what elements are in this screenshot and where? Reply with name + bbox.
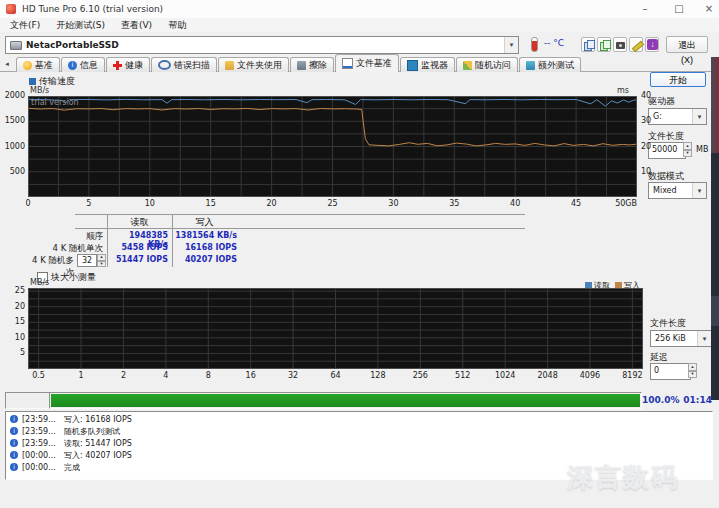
speed-chart-y2-unit: ms	[617, 86, 629, 95]
x-axis-tick: 2048	[528, 371, 568, 380]
tab-folder-usage[interactable]: 文件夹使用	[218, 57, 289, 72]
y-axis-tick: 500	[0, 167, 25, 176]
read-value: 5458 IOPS	[107, 243, 168, 252]
delay-input[interactable]: 0	[650, 363, 691, 380]
drive-select[interactable]: NetacPortableSSD ▾	[5, 36, 519, 54]
pen-button[interactable]	[629, 37, 643, 52]
y-axis-tick: 1000	[0, 142, 25, 151]
tab-bar: ◂ 基准信息健康错误扫描文件夹使用擦除文件基准监视器随机访问额外测试	[0, 55, 719, 72]
close-button[interactable]: ×	[696, 0, 719, 18]
step-down-icon[interactable]: ▼	[683, 150, 692, 158]
x-axis-tick: 8192	[612, 371, 652, 380]
tab-monitor[interactable]: 监视器	[400, 57, 455, 72]
minimize-button[interactable]: –	[632, 0, 658, 18]
x-axis-tick: 20	[254, 199, 290, 208]
tab-extra-test[interactable]: 额外测试	[519, 57, 581, 72]
pen-icon	[630, 38, 642, 51]
data-mode-value: Mixed	[649, 186, 677, 195]
table-row: 4 K 随机多次32▲▼51447 IOPS40207 IOPS	[25, 255, 285, 267]
tab-file-benchmark[interactable]: 文件基准	[335, 54, 399, 72]
x-axis-tick: 128	[358, 371, 398, 380]
block-file-length-dropdown[interactable]: 256 KiB ▾	[650, 330, 712, 347]
toolbar-icon-group	[581, 37, 659, 52]
start-button[interactable]: 开始	[650, 72, 706, 87]
table-row: 顺序1948385 KB/s1381564 KB/s	[25, 231, 285, 243]
delay-stepper[interactable]: ▲▼	[688, 363, 697, 378]
tab-label: 文件夹使用	[237, 59, 282, 72]
progress-fill	[51, 394, 640, 407]
data-mode-dropdown[interactable]: Mixed ▾	[648, 182, 707, 199]
tab-info[interactable]: 信息	[61, 57, 105, 72]
benchmark-icon	[23, 61, 32, 70]
x-axis-tick: 45	[558, 199, 594, 208]
chevron-down-icon[interactable]: ▾	[504, 37, 518, 53]
queue-depth-stepper[interactable]: 32▲▼	[77, 254, 106, 267]
chevron-down-icon[interactable]: ▾	[692, 183, 706, 198]
export-icon	[598, 38, 610, 51]
menu-item[interactable]: 开始测试(S)	[48, 18, 113, 32]
info-icon	[10, 439, 18, 447]
maximize-button[interactable]: □	[666, 0, 692, 18]
log-entry: [23:59...读取: 51447 IOPS	[10, 438, 712, 448]
export-button[interactable]	[597, 37, 611, 52]
camera-button[interactable]	[613, 37, 627, 52]
download-button[interactable]	[645, 37, 659, 52]
menu-item[interactable]: 文件(F)	[2, 18, 48, 32]
tab-label: 信息	[80, 59, 98, 72]
error-scan-icon	[158, 60, 171, 70]
stepper-buttons[interactable]: ▲▼	[97, 254, 106, 267]
background-window-strip	[711, 57, 719, 153]
log-message: 写入: 40207 IOPS	[64, 450, 132, 461]
copy-icon	[582, 38, 594, 51]
menu-item[interactable]: 帮助	[160, 18, 194, 32]
row-label: 顺序	[25, 231, 103, 243]
step-up-icon[interactable]: ▲	[683, 142, 692, 150]
tab-error-scan[interactable]: 错误扫描	[151, 57, 217, 72]
x-axis-tick: 0	[10, 199, 46, 208]
camera-icon	[614, 38, 626, 51]
tab-erase[interactable]: 擦除	[290, 57, 334, 72]
y-axis-tick: 1500	[0, 116, 25, 125]
queue-depth-value[interactable]: 32	[77, 254, 97, 267]
log-message: 完成	[64, 462, 80, 473]
log-time: [00:00...	[22, 463, 56, 472]
chevron-down-icon[interactable]: ▾	[697, 331, 711, 346]
menu-item[interactable]: 查看(V)	[113, 18, 160, 32]
thermometer-icon	[531, 37, 538, 52]
step-down-icon[interactable]: ▼	[688, 371, 697, 379]
tab-label: 擦除	[309, 59, 327, 72]
file-length-stepper[interactable]: ▲▼	[683, 142, 692, 157]
read-value: 51447 IOPS	[107, 255, 168, 264]
write-value: 1381564 KB/s	[172, 231, 237, 240]
x-axis-tick: 512	[443, 371, 483, 380]
step-down-icon[interactable]: ▼	[97, 261, 106, 268]
y-axis-tick: 20	[0, 302, 25, 311]
chevron-down-icon[interactable]: ▾	[692, 109, 706, 124]
speed-chart-y-unit: MB/s	[30, 86, 49, 95]
tab-label: 错误扫描	[174, 59, 210, 72]
folder-usage-icon	[225, 61, 234, 70]
x-axis-tick: 2	[103, 371, 143, 380]
x-axis-tick: 10	[132, 199, 168, 208]
tab-random-access[interactable]: 随机访问	[456, 57, 518, 72]
y-axis-tick: 10	[0, 333, 25, 342]
x-axis-tick: 25	[315, 199, 351, 208]
tab-health[interactable]: 健康	[106, 57, 150, 72]
table-row: 4 K 随机单次5458 IOPS16168 IOPS	[25, 243, 285, 255]
x-axis-tick: 256	[400, 371, 440, 380]
x-axis-tick: 40	[497, 199, 533, 208]
step-up-icon[interactable]: ▲	[688, 363, 697, 371]
tab-scroll-left-button[interactable]: ◂	[2, 58, 12, 70]
exit-button[interactable]: 退出(X)	[666, 36, 708, 53]
x-axis-tick: 50GB	[595, 199, 637, 208]
log-message: 随机多队列测试	[64, 426, 120, 437]
menu-bar: 文件(F)开始测试(S)查看(V)帮助	[0, 18, 719, 32]
progress-percent: 100.0%	[642, 395, 674, 405]
tab-benchmark[interactable]: 基准	[16, 57, 60, 72]
app-logo-icon	[6, 4, 16, 14]
download-icon	[646, 38, 658, 51]
x-axis-tick: 35	[436, 199, 472, 208]
extra-test-icon	[526, 61, 535, 70]
x-axis-tick: 8	[188, 371, 228, 380]
copy-button[interactable]	[581, 37, 595, 52]
